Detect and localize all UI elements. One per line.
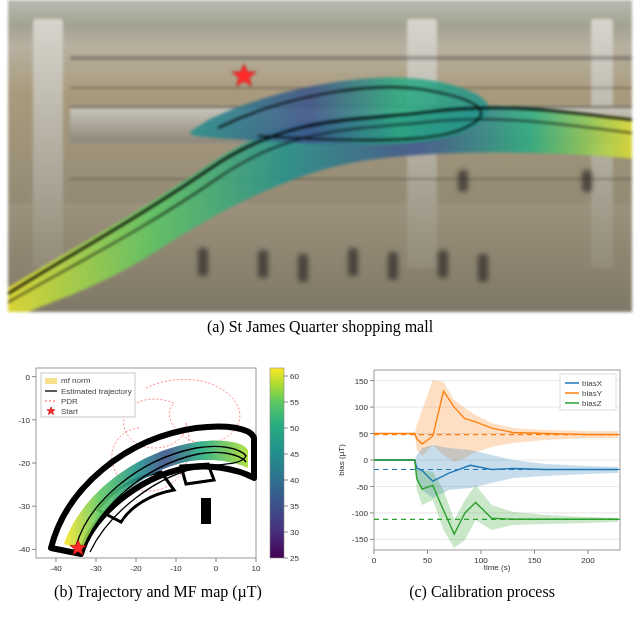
- svg-text:-40: -40: [18, 545, 30, 554]
- panel-b-svg: -40 -30 -20 -10 0 10 -40 -30 -20 -1: [8, 362, 308, 577]
- floor-pillar: [201, 498, 211, 524]
- svg-text:100: 100: [355, 403, 369, 412]
- colorbar: 25 30 35 40 45 50 55 60: [270, 368, 299, 563]
- svg-text:200: 200: [581, 556, 595, 565]
- mf-heat-overlay: [8, 0, 632, 312]
- svg-text:-30: -30: [90, 564, 102, 573]
- panel-c-chart: -150 -100 -50 0 50 100 150 0 50 100: [332, 362, 632, 577]
- svg-text:55: 55: [290, 398, 299, 407]
- svg-text:50: 50: [423, 556, 432, 565]
- svg-text:-10: -10: [170, 564, 182, 573]
- y-axis-label: bias (µT): [337, 444, 346, 476]
- svg-text:biasY: biasY: [582, 389, 603, 398]
- svg-text:-50: -50: [356, 483, 368, 492]
- svg-text:-40: -40: [50, 564, 62, 573]
- panel-a-image: [8, 0, 632, 312]
- svg-text:40: 40: [290, 476, 299, 485]
- y-axis-ticks: -40 -30 -20 -10 0: [18, 373, 36, 555]
- svg-text:0: 0: [26, 373, 31, 382]
- y-axis-ticks: -150 -100 -50 0 50 100 150: [352, 377, 374, 545]
- panel-b: -40 -30 -20 -10 0 10 -40 -30 -20 -1: [8, 362, 308, 601]
- svg-text:10: 10: [252, 564, 261, 573]
- bottom-row: -40 -30 -20 -10 0 10 -40 -30 -20 -1: [8, 362, 632, 601]
- svg-text:-10: -10: [18, 416, 30, 425]
- x-axis-ticks: -40 -30 -20 -10 0 10: [50, 558, 261, 573]
- svg-marker-0: [232, 64, 256, 86]
- svg-text:50: 50: [359, 430, 368, 439]
- figure-group: (a) St James Quarter shopping mall: [0, 0, 640, 631]
- panel-c: -150 -100 -50 0 50 100 150 0 50 100: [332, 362, 632, 601]
- panel-a-caption: (a) St James Quarter shopping mall: [8, 318, 632, 336]
- panel-c-legend: biasX biasY biasZ: [560, 374, 616, 410]
- svg-text:-20: -20: [130, 564, 142, 573]
- svg-text:biasX: biasX: [582, 379, 603, 388]
- svg-text:35: 35: [290, 502, 299, 511]
- svg-text:-150: -150: [352, 535, 369, 544]
- svg-text:Estimated trajectory: Estimated trajectory: [61, 387, 132, 396]
- svg-rect-33: [270, 368, 284, 558]
- svg-text:-20: -20: [18, 459, 30, 468]
- panel-b-chart: -40 -30 -20 -10 0 10 -40 -30 -20 -1: [8, 362, 308, 577]
- svg-text:PDR: PDR: [61, 397, 78, 406]
- svg-text:50: 50: [290, 424, 299, 433]
- svg-text:-30: -30: [18, 502, 30, 511]
- svg-text:-100: -100: [352, 509, 369, 518]
- star-icon: [232, 64, 256, 86]
- svg-text:0: 0: [372, 556, 377, 565]
- svg-text:30: 30: [290, 528, 299, 537]
- x-axis-label: time (s): [484, 563, 511, 572]
- svg-text:0: 0: [214, 564, 219, 573]
- svg-text:150: 150: [528, 556, 542, 565]
- svg-text:0: 0: [364, 456, 369, 465]
- panel-c-caption: (c) Calibration process: [332, 583, 632, 601]
- svg-text:60: 60: [290, 372, 299, 381]
- svg-text:biasZ: biasZ: [582, 399, 602, 408]
- svg-rect-25: [45, 378, 57, 384]
- svg-text:45: 45: [290, 450, 299, 459]
- panel-b-legend: mf norm Estimated trajectory PDR Start: [41, 373, 135, 417]
- panel-b-caption: (b) Trajectory and MF map (µT): [8, 583, 308, 601]
- svg-text:25: 25: [290, 554, 299, 563]
- svg-text:Start: Start: [61, 407, 79, 416]
- panel-c-svg: -150 -100 -50 0 50 100 150 0 50 100: [332, 362, 632, 577]
- svg-text:mf norm: mf norm: [61, 376, 91, 385]
- svg-text:150: 150: [355, 377, 369, 386]
